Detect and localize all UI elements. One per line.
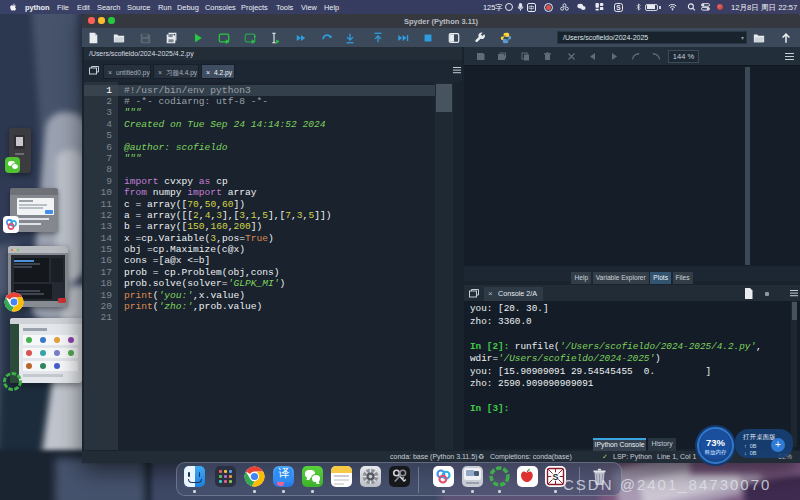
svg-text:S: S	[552, 472, 558, 482]
